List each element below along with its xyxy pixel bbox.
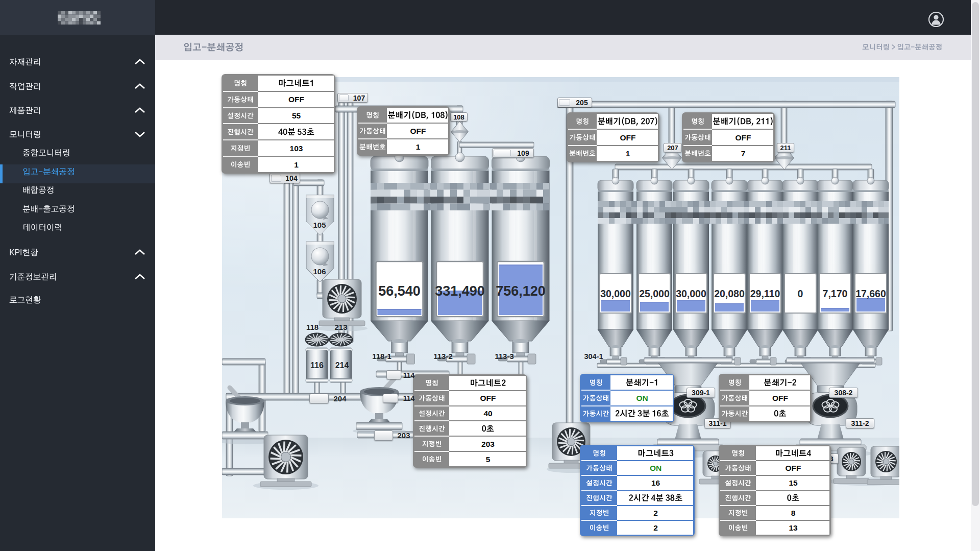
svg-text:331,490: 331,490 [435,283,485,299]
svg-text:756,120: 756,120 [496,283,546,299]
svg-text:29,110: 29,110 [750,288,780,299]
svg-text:30,000: 30,000 [676,288,706,299]
svg-text:30,000: 30,000 [600,288,631,299]
svg-text:7,170: 7,170 [823,288,848,299]
svg-text:17,660: 17,660 [855,288,886,299]
svg-text:25,000: 25,000 [639,288,670,299]
svg-text:56,540: 56,540 [378,283,421,299]
svg-text:20,080: 20,080 [714,288,745,299]
svg-text:0: 0 [798,288,803,299]
